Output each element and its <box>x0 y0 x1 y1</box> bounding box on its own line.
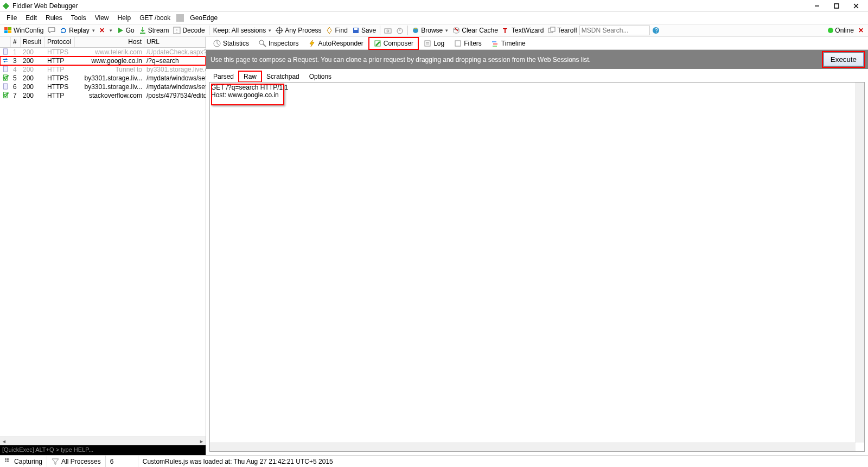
editor-hscroll[interactable] <box>210 443 856 451</box>
menu-rules[interactable]: Rules <box>41 13 67 23</box>
close-toolbar-button[interactable]: ✕ <box>856 24 866 36</box>
title-bar: Fiddler Web Debugger <box>0 0 868 12</box>
decode-button[interactable]: ⋮⋮Decode <box>171 24 207 36</box>
timeline-icon <box>492 40 499 47</box>
right-panel: StatisticsInspectorsAutoResponderCompose… <box>206 37 868 455</box>
menu-geoedge[interactable]: GeoEdge <box>186 13 222 23</box>
col-protocol[interactable]: Protocol <box>45 37 75 47</box>
menu-get-book[interactable]: GET /book <box>135 13 175 23</box>
session-result: 200 <box>21 92 45 99</box>
tab-inspectors[interactable]: Inspectors <box>254 37 303 49</box>
svg-rect-49 <box>493 46 497 47</box>
menu-edit[interactable]: Edit <box>21 13 41 23</box>
any-process-button[interactable]: Any Process <box>273 24 323 36</box>
log-icon <box>424 40 431 47</box>
svg-point-20 <box>387 30 389 32</box>
menu-file[interactable]: File <box>2 13 21 23</box>
camera-button[interactable] <box>382 24 394 36</box>
menu-help[interactable]: Help <box>113 13 136 23</box>
editor-vscroll[interactable] <box>856 83 864 443</box>
svg-rect-11 <box>140 33 145 34</box>
target-icon <box>276 27 283 34</box>
sessions-rows: 1200HTTPSwww.telerik.com/UpdateCheck.asp… <box>0 48 206 437</box>
help-button[interactable]: ? <box>650 24 662 36</box>
composer-infobar: Use this page to compose a Request. You … <box>206 50 868 69</box>
session-url: /UpdateCheck.aspx?is <box>144 48 206 56</box>
session-row[interactable]: 4200HTTPTunnel toby3301.storage.live.c <box>0 65 206 74</box>
tab-timeline[interactable]: Timeline <box>487 37 531 49</box>
col-result[interactable]: Result <box>21 37 45 47</box>
col-url[interactable]: URL <box>144 37 206 47</box>
sessions-header: # Result Protocol Host URL <box>0 37 206 48</box>
svg-rect-8 <box>8 30 11 33</box>
tab-log[interactable]: Log <box>419 37 449 49</box>
svg-marker-0 <box>3 2 9 9</box>
session-host: www.google.co.in <box>75 57 144 65</box>
winconfig-button[interactable]: WinConfig <box>2 24 46 36</box>
subtab-scratchpad[interactable]: Scratchpad <box>261 71 304 82</box>
session-row[interactable]: 6200HTTPSby3301.storage.liv.../mydata/wi… <box>0 83 206 91</box>
online-indicator[interactable]: Online <box>826 24 856 36</box>
svg-rect-48 <box>493 43 497 45</box>
quickexec-bar[interactable]: [QuickExec] ALT+Q > type HELP... <box>0 445 206 455</box>
save-button[interactable]: Save <box>350 24 378 36</box>
session-row[interactable]: 3200HTTPwww.google.co.in/?q=search <box>0 56 206 65</box>
svg-rect-2 <box>834 4 839 8</box>
capture-icon <box>4 458 12 465</box>
session-row[interactable]: 7200HTTPstackoverflow.com/posts/4797534/… <box>0 91 206 100</box>
replay-button[interactable]: Replay <box>58 24 97 36</box>
toolbar: WinConfig Replay ✕ Go Stream ⋮⋮Decode Ke… <box>0 24 868 37</box>
execute-button[interactable]: Execute <box>824 53 864 66</box>
col-host[interactable]: Host <box>75 37 144 47</box>
funnel-icon <box>52 458 59 465</box>
close-button[interactable] <box>846 0 866 12</box>
sessions-hscroll[interactable]: ◄► <box>0 437 206 445</box>
go-button[interactable]: Go <box>114 24 137 36</box>
svg-rect-46 <box>455 41 461 46</box>
svg-text:T: T <box>503 27 507 34</box>
capturing-indicator[interactable]: Capturing <box>0 456 47 467</box>
keep-sessions-dropdown[interactable]: Keep: All sessions <box>211 24 273 36</box>
svg-rect-47 <box>492 41 496 42</box>
clear-cache-button[interactable]: Clear Cache <box>450 24 500 36</box>
session-id: 3 <box>11 57 21 65</box>
timer-button[interactable] <box>394 24 406 36</box>
menu-bar: File Edit Rules Tools View Help GET /boo… <box>0 12 868 24</box>
help-icon: ? <box>652 27 660 34</box>
tab-statistics[interactable]: Statistics <box>208 37 254 49</box>
msdn-search-input[interactable] <box>579 26 650 35</box>
clock-icon <box>396 27 404 34</box>
subtab-raw[interactable]: Raw <box>239 71 261 82</box>
subtab-parsed[interactable]: Parsed <box>208 71 239 82</box>
processes-filter[interactable]: All Processes <box>47 456 106 467</box>
svg-marker-10 <box>118 28 123 33</box>
browse-button[interactable]: Browse <box>410 24 450 36</box>
comment-button[interactable] <box>46 24 58 36</box>
stream-button[interactable]: Stream <box>137 24 171 36</box>
subtab-options[interactable]: Options <box>304 71 336 82</box>
svg-rect-53 <box>7 460 9 462</box>
bolt-icon <box>308 40 316 47</box>
textwizard-button[interactable]: TTextWizard <box>500 24 546 36</box>
maximize-button[interactable] <box>827 0 846 12</box>
session-host: Tunnel to <box>75 66 144 73</box>
svg-rect-35 <box>4 83 8 89</box>
col-num[interactable]: # <box>11 37 21 47</box>
toolbar-separator <box>209 26 209 35</box>
ie-icon <box>412 27 419 34</box>
tab-autoresponder[interactable]: AutoResponder <box>303 37 368 49</box>
menu-view[interactable]: View <box>91 13 113 23</box>
session-row[interactable]: 5200HTTPSby3301.storage.liv.../mydata/wi… <box>0 74 206 83</box>
svg-rect-28 <box>551 27 555 31</box>
session-row[interactable]: 1200HTTPSwww.telerik.com/UpdateCheck.asp… <box>0 48 206 56</box>
session-id: 5 <box>11 74 21 82</box>
tearoff-button[interactable]: Tearoff <box>546 24 579 36</box>
remove-button[interactable]: ✕ <box>97 24 114 36</box>
raw-text[interactable]: GET /?q=search HTTP/1.1 Host: www.google… <box>211 84 863 99</box>
raw-editor[interactable]: GET /?q=search HTTP/1.1 Host: www.google… <box>209 82 865 452</box>
minimize-button[interactable] <box>807 0 827 12</box>
find-button[interactable]: Find <box>324 24 350 36</box>
menu-tools[interactable]: Tools <box>67 13 91 23</box>
tab-filters[interactable]: Filters <box>449 37 487 49</box>
tab-composer[interactable]: Composer <box>368 37 419 50</box>
